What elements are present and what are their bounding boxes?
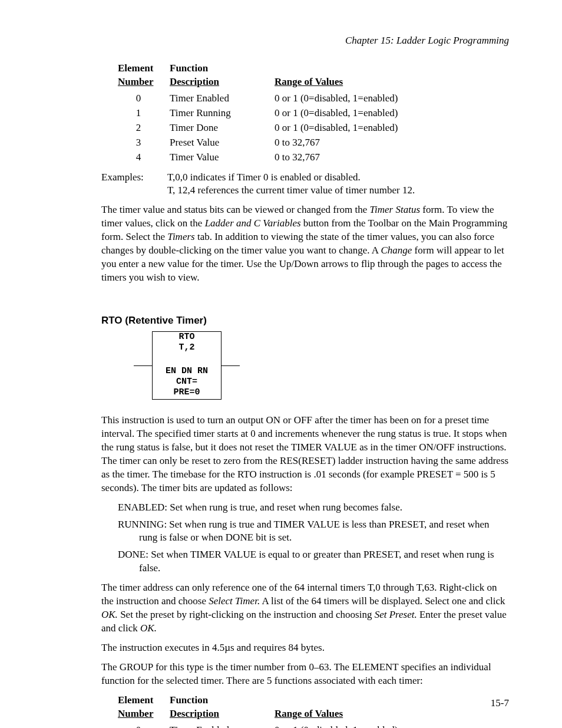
examples-block: Examples: T,0,0 indicates if Timer 0 is … xyxy=(101,171,509,198)
page: Chapter 15: Ladder Logic Programming Ele… xyxy=(0,0,562,728)
table-row: 4Timer Value0 to 32,767 xyxy=(118,150,408,165)
th-function: Function Description xyxy=(170,62,275,91)
th-range: Range of Values xyxy=(275,62,408,91)
page-number: 15-7 xyxy=(491,697,509,710)
paragraph: The timer value and status bits can be v… xyxy=(101,203,509,285)
paragraph: The instruction executes in 4.5µs and re… xyxy=(101,641,509,655)
th-element: Element Number xyxy=(118,62,170,91)
bit-definitions: ENABLED: Set when rung is true, and rese… xyxy=(118,501,509,576)
table-row: 0Timer Enabled0 or 1 (0=disabled, 1=enab… xyxy=(118,723,408,728)
paragraph: This instruction is used to turn an outp… xyxy=(101,414,509,495)
examples-label: Examples: xyxy=(101,171,167,198)
table-row: 3Preset Value0 to 32,767 xyxy=(118,136,408,150)
paragraph: The GROUP for this type is the timer num… xyxy=(101,661,509,688)
section-heading-rto: RTO (Retentive Timer) xyxy=(101,314,509,328)
th-function: Function Description xyxy=(170,694,275,723)
element-table-2: Element Number Function Description Rang… xyxy=(118,694,408,728)
table-row: 1Timer Running0 or 1 (0=disabled, 1=enab… xyxy=(118,106,408,121)
th-element: Element Number xyxy=(118,694,170,723)
paragraph: The timer address can only reference one… xyxy=(101,581,509,635)
examples-body: T,0,0 indicates if Timer 0 is enabled or… xyxy=(167,171,509,198)
bit-running: RUNNING: Set when rung is true and TIMER… xyxy=(118,518,509,545)
table-row: 2Timer Done0 or 1 (0=disabled, 1=enabled… xyxy=(118,121,408,136)
table-row: 0Timer Enabled0 or 1 (0=disabled, 1=enab… xyxy=(118,91,408,106)
rto-diagram: RTO T,2 EN DN RN CNT= PRE=0 xyxy=(152,331,509,400)
chapter-header: Chapter 15: Ladder Logic Programming xyxy=(101,34,509,48)
element-table-1: Element Number Function Description Rang… xyxy=(118,62,408,165)
bit-enabled: ENABLED: Set when rung is true, and rese… xyxy=(118,501,509,515)
bit-done: DONE: Set when TIMER VALUE is equal to o… xyxy=(118,548,509,575)
th-range: Range of Values xyxy=(275,694,408,723)
